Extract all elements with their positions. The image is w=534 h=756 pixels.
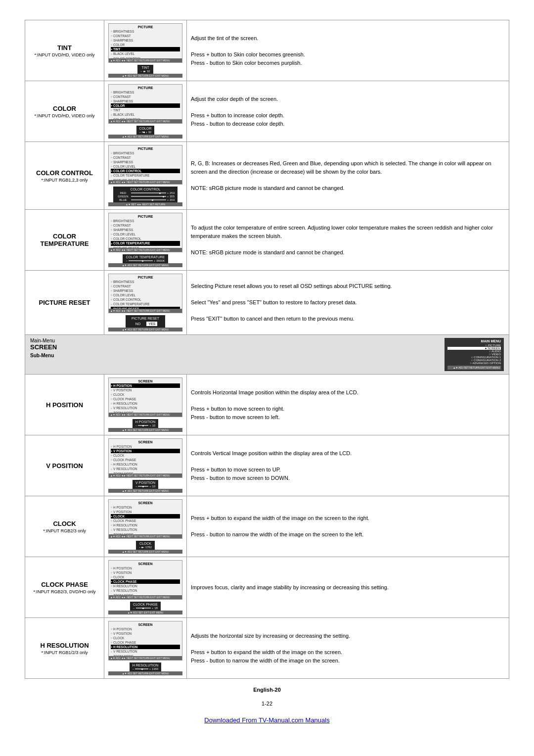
sub-menu-label: Sub-Menu <box>30 353 57 358</box>
page-wrapper: TINT *:INPUT DVD/HD, VIDEO only PICTURE … <box>25 10 509 734</box>
color-sublabel: *:INPUT DVD/HD, VIDEO only <box>29 113 100 118</box>
clock-sublabel: *:INPUT RGB2/3 only <box>29 528 100 533</box>
h-resolution-description: Adjusts the horizontal size by increasin… <box>187 618 509 679</box>
h-position-label: H POSITION <box>25 375 104 435</box>
color-screen: PICTURE ○ BRIGHTNESS ○ CONTRAST ○ SHARPN… <box>104 81 187 142</box>
v-position-description: Controls Vertical Image position within … <box>187 435 509 496</box>
tint-screen: PICTURE ○ BRIGHTNESS ○ CONTRAST ○ SHARPN… <box>104 20 187 81</box>
h-resolution-sublabel: *:INPUT RGB1/2/3 only <box>29 650 100 655</box>
main-table: TINT *:INPUT DVD/HD, VIDEO only PICTURE … <box>25 20 509 679</box>
table-row: H RESOLUTION *:INPUT RGB1/2/3 only SCREE… <box>25 618 509 679</box>
picture-reset-screen: PICTURE ○ BRIGHTNESS ○ CONTRAST ○ SHARPN… <box>104 271 187 335</box>
main-menu-label: Main-Menu <box>30 338 57 343</box>
clock-phase-sublabel: *:INPUT RGB2/3, DVD/HD only <box>29 589 100 594</box>
screen-section-header: Main-Menu SCREEN Sub-Menu MAIN MENU ○ PI… <box>25 335 509 375</box>
english-label: English-20 <box>253 687 281 693</box>
color-control-sublabel: *:INPUT RGB1,2,3 only <box>29 178 100 183</box>
clock-phase-label: CLOCK PHASE *:INPUT RGB2/3, DVD/HD only <box>25 557 104 618</box>
screen-label: SCREEN <box>30 343 57 351</box>
tint-label: TINT *:INPUT DVD/HD, VIDEO only <box>25 20 104 81</box>
table-row: COLOR CONTROL *:INPUT RGB1,2,3 only PICT… <box>25 142 509 210</box>
picture-reset-description: Selecting Picture reset allows you to re… <box>187 271 509 335</box>
clock-phase-description: Improves focus, clarity and image stabil… <box>187 557 509 618</box>
color-temperature-label: COLORTEMPERATURE <box>25 210 104 271</box>
picture-reset-label: PICTURE RESET <box>25 271 104 335</box>
clock-label: CLOCK *:INPUT RGB2/3 only <box>25 496 104 557</box>
table-row: COLOR *:INPUT DVD/HD, VIDEO only PICTURE… <box>25 81 509 142</box>
table-row: COLORTEMPERATURE PICTURE ○ BRIGHTNESS ○ … <box>25 210 509 271</box>
table-row: CLOCK PHASE *:INPUT RGB2/3, DVD/HD only … <box>25 557 509 618</box>
clock-screen: SCREEN ○ H POSITION ○ V POSITION ● CLOCK… <box>104 496 187 557</box>
clock-phase-screen: SCREEN ○ H POSITION ○ V POSITION ○ CLOCK… <box>104 557 187 618</box>
h-resolution-screen: SCREEN ○ H POSITION ○ V POSITION ○ CLOCK… <box>104 618 187 679</box>
color-description: Adjust the color depth of the screen. Pr… <box>187 81 509 142</box>
table-row: V POSITION SCREEN ○ H POSITION ● V POSIT… <box>25 435 509 496</box>
color-control-screen: PICTURE ○ BRIGHTNESS ○ CONTRAST ○ SHARPN… <box>104 142 187 210</box>
page-footer: English-20 <box>25 687 509 693</box>
page-number: 1-22 <box>25 701 509 707</box>
color-control-label: COLOR CONTROL *:INPUT RGB1,2,3 only <box>25 142 104 210</box>
color-temperature-description: To adjust the color temperature of entir… <box>187 210 509 271</box>
table-row: H POSITION SCREEN ● H POSITION ○ V POSIT… <box>25 375 509 435</box>
v-position-screen: SCREEN ○ H POSITION ● V POSITION ○ CLOCK… <box>104 435 187 496</box>
color-temperature-screen: PICTURE ○ BRIGHTNESS ○ CONTRAST ○ SHARPN… <box>104 210 187 271</box>
tint-sublabel: *:INPUT DVD/HD, VIDEO only <box>29 52 100 57</box>
h-position-screen: SCREEN ● H POSITION ○ V POSITION ○ CLOCK… <box>104 375 187 435</box>
color-label: COLOR *:INPUT DVD/HD, VIDEO only <box>25 81 104 142</box>
table-row: PICTURE RESET PICTURE ○ BRIGHTNESS ○ CON… <box>25 271 509 335</box>
table-row: CLOCK *:INPUT RGB2/3 only SCREEN ○ H POS… <box>25 496 509 557</box>
h-resolution-label: H RESOLUTION *:INPUT RGB1/2/3 only <box>25 618 104 679</box>
color-control-description: R, G, B: Increases or decreases Red, Gre… <box>187 142 509 210</box>
clock-description: Press + button to expand the width of th… <box>187 496 509 557</box>
v-position-label: V POSITION <box>25 435 104 496</box>
h-position-description: Controls Horizontal Image position withi… <box>187 375 509 435</box>
table-row: TINT *:INPUT DVD/HD, VIDEO only PICTURE … <box>25 20 509 81</box>
download-link[interactable]: Downloaded From TV-Manual.com Manuals <box>25 716 509 724</box>
tint-description: Adjust the tint of the screen. Press + b… <box>187 20 509 81</box>
